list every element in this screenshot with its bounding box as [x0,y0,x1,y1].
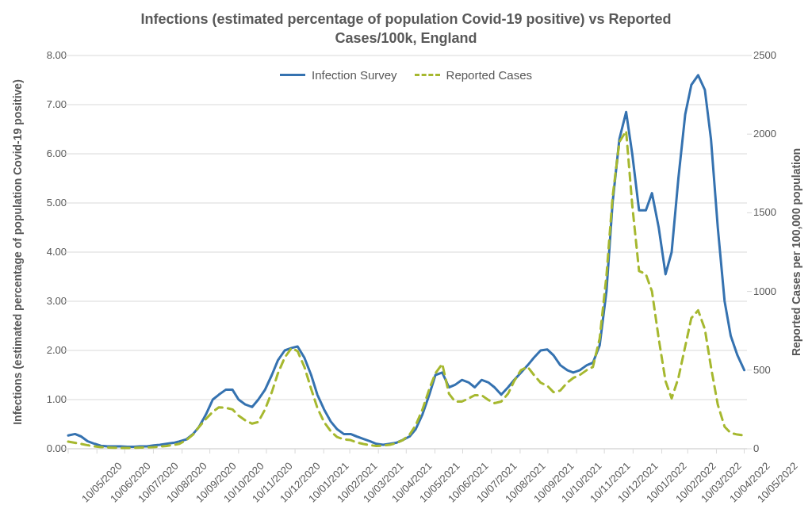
y-right-tick: 1500 [753,206,790,218]
y-axis-left-label: Infections (estimated percentage of popu… [11,79,24,425]
chart-container: Infections (estimated percentage of popu… [0,0,812,532]
series-infection [68,75,745,447]
y-left-tick: 5.00 [30,197,67,209]
y-left-tick: 8.00 [30,49,67,61]
y-right-tick: 500 [753,364,790,376]
chart-title: Infections (estimated percentage of popu… [0,10,812,48]
y-left-tick: 3.00 [30,295,67,307]
plot-svg [68,55,747,449]
y-left-tick: 0.00 [30,442,67,454]
y-axis-left-ticks: 0.001.002.003.004.005.006.007.008.00 [30,55,67,449]
y-right-tick: 1000 [753,285,790,297]
y-axis-right-label: Reported Cases per 100,000 population [790,148,802,356]
y-right-tick: 0 [753,442,790,454]
y-left-tick: 6.00 [30,147,67,159]
y-axis-right-ticks: 05001000150020002500 [753,55,790,449]
y-left-tick: 1.00 [30,393,67,405]
y-left-tick: 2.00 [30,344,67,356]
series-reported [68,131,745,448]
y-axis-left-label-wrap: Infections (estimated percentage of popu… [10,55,25,449]
y-right-tick: 2500 [753,49,790,61]
y-right-tick: 2000 [753,128,790,140]
y-left-tick: 4.00 [30,246,67,258]
y-left-tick: 7.00 [30,98,67,110]
x-axis-ticks: 10/05/202010/06/202010/07/202010/08/2020… [68,449,747,528]
y-axis-right-label-wrap: Reported Cases per 100,000 population [788,55,804,449]
plot-area [68,55,747,449]
